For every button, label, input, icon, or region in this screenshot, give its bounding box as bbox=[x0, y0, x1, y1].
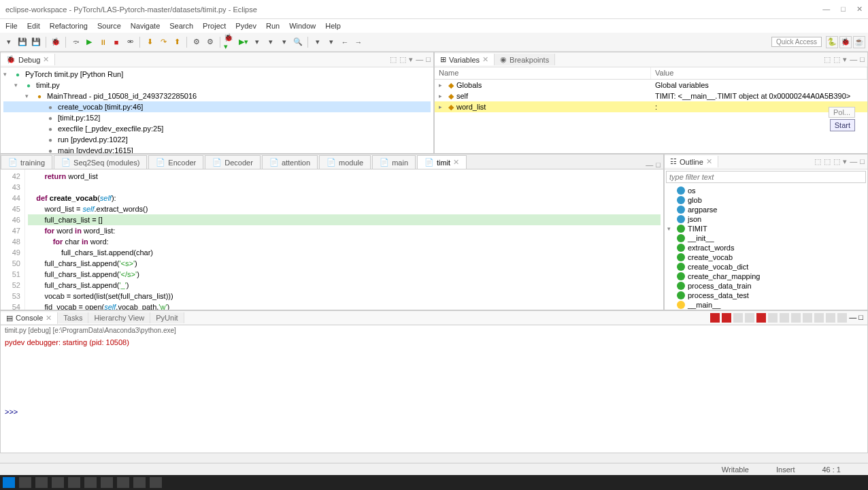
variables-body[interactable]: ▸◆ GlobalsGlobal variables▸◆ selfTIMIT: … bbox=[435, 80, 867, 112]
stepinto-icon[interactable]: ⬇ bbox=[144, 36, 156, 48]
close-icon[interactable]: ✕ bbox=[856, 5, 863, 14]
search-icon[interactable]: 🔍 bbox=[292, 36, 304, 48]
ct-icon[interactable] bbox=[710, 313, 720, 323]
ct11-icon[interactable] bbox=[826, 313, 835, 323]
editor-tab-training[interactable]: 📄training bbox=[1, 155, 52, 169]
editor-tab-main[interactable]: 📄main bbox=[372, 155, 416, 169]
menu-search[interactable]: Search bbox=[169, 22, 193, 30]
variable-row[interactable]: ▸◆ selfTIMIT: <__main__.TIMIT object at … bbox=[435, 91, 867, 101]
menu-navigate[interactable]: Navigate bbox=[131, 22, 160, 30]
outline-item[interactable]: __init__ bbox=[667, 233, 865, 243]
run-dropdown-icon[interactable]: ▶▾ bbox=[237, 36, 250, 48]
menu-file[interactable]: File bbox=[5, 22, 18, 30]
ct10-icon[interactable] bbox=[814, 313, 824, 323]
bug-icon[interactable]: 🐞 bbox=[50, 36, 62, 48]
outline-filter[interactable] bbox=[666, 171, 866, 183]
minimize-panel-icon[interactable]: — bbox=[850, 157, 857, 166]
hierarchy-tab[interactable]: Hierarchy View bbox=[88, 312, 150, 323]
ot-tool2-icon[interactable]: ⬚ bbox=[824, 157, 831, 166]
tool-icon[interactable]: ⚙ bbox=[190, 36, 203, 48]
var-menu-icon[interactable]: ▾ bbox=[843, 55, 847, 64]
windows-taskbar[interactable] bbox=[0, 475, 868, 490]
console-prompt[interactable]: >>> bbox=[5, 408, 863, 416]
editor-body[interactable]: 42434445464748495051525354 return word_l… bbox=[1, 169, 663, 310]
console-tab[interactable]: ▤ Console ✕ bbox=[1, 312, 58, 324]
app-icon[interactable] bbox=[52, 477, 64, 488]
outline-item[interactable]: glob bbox=[667, 195, 865, 205]
ct12-icon[interactable] bbox=[837, 313, 847, 323]
outline-item[interactable]: process_data_train bbox=[667, 281, 865, 291]
debug-dropdown-icon[interactable]: 🐞▾ bbox=[224, 36, 236, 48]
console-body[interactable]: pydev debugger: starting (pid: 10508) >>… bbox=[0, 336, 868, 453]
perspective-pydev-icon[interactable]: 🐍 bbox=[826, 36, 838, 48]
outline-item[interactable]: os bbox=[667, 186, 865, 195]
var-tool-icon[interactable]: ⬚ bbox=[824, 55, 831, 64]
pol-button[interactable]: Pol... bbox=[829, 107, 855, 118]
tool2-icon[interactable]: ⚙ bbox=[204, 36, 216, 48]
outline-tree[interactable]: osglobargparsejson▾TIMIT__init__extract_… bbox=[665, 184, 867, 310]
debug-tree-item[interactable]: ●main [pydevd.py:1615] bbox=[3, 145, 431, 153]
maximize-editor-icon[interactable]: □ bbox=[656, 161, 661, 169]
close-tab-icon[interactable]: ✕ bbox=[46, 314, 52, 323]
quick-access[interactable]: Quick Access bbox=[771, 37, 822, 47]
editor-tab-timit[interactable]: 📄timit ✕ bbox=[417, 155, 467, 169]
ot-menu-icon[interactable]: ▾ bbox=[843, 157, 847, 166]
skip-icon[interactable]: ⤼ bbox=[69, 36, 82, 48]
next-icon[interactable]: ▾ bbox=[325, 36, 337, 48]
col-name[interactable]: Name bbox=[435, 67, 651, 79]
maximize-panel-icon[interactable]: □ bbox=[860, 157, 865, 166]
stepover-icon[interactable]: ↷ bbox=[157, 36, 169, 48]
maximize-icon[interactable]: □ bbox=[841, 5, 846, 14]
debug-tree-item[interactable]: ●create_vocab [timit.py:46] bbox=[3, 101, 431, 112]
new-icon[interactable]: ▾ bbox=[3, 36, 15, 48]
ot-tool3-icon[interactable]: ⬚ bbox=[833, 157, 840, 166]
app4-icon[interactable] bbox=[101, 477, 113, 488]
debug-tool2-icon[interactable]: ⬚ bbox=[399, 55, 406, 64]
ct6-icon[interactable] bbox=[768, 313, 778, 323]
menu-window[interactable]: Window bbox=[289, 22, 316, 30]
suspend-icon[interactable]: ⏸ bbox=[97, 36, 109, 48]
var-tool2-icon[interactable]: ⬚ bbox=[833, 55, 840, 64]
minimize-icon[interactable]: — bbox=[822, 5, 830, 14]
coverage-icon[interactable]: ▾ bbox=[251, 36, 263, 48]
ext2-icon[interactable]: ▾ bbox=[278, 36, 290, 48]
app3-icon[interactable] bbox=[84, 477, 97, 488]
debug-menu-icon[interactable]: ▾ bbox=[409, 55, 413, 64]
terminate-icon[interactable]: ■ bbox=[110, 36, 122, 48]
ct9-icon[interactable] bbox=[803, 313, 812, 323]
maximize-console-icon[interactable]: □ bbox=[858, 313, 863, 323]
debug-tree-item[interactable]: ▾●timit.py bbox=[3, 80, 431, 91]
debug-tab[interactable]: 🐞 Debug ✕ bbox=[1, 54, 55, 65]
debug-tree-item[interactable]: ▾●PyTorch timit.py [Python Run] bbox=[3, 69, 431, 80]
ct7-icon[interactable] bbox=[780, 313, 789, 323]
search-icon[interactable] bbox=[19, 477, 31, 488]
close-tab-icon[interactable]: ✕ bbox=[706, 157, 712, 166]
variable-row[interactable]: ▸◆ GlobalsGlobal variables bbox=[435, 80, 867, 91]
ct5-icon[interactable] bbox=[756, 313, 766, 323]
minimize-panel-icon[interactable]: — bbox=[850, 55, 857, 64]
minimize-panel-icon[interactable]: — bbox=[416, 55, 423, 64]
debug-tree[interactable]: ▾●PyTorch timit.py [Python Run]▾●timit.p… bbox=[1, 67, 433, 153]
outline-item[interactable]: extract_words bbox=[667, 243, 865, 252]
ct3-icon[interactable] bbox=[733, 313, 743, 323]
menu-run[interactable]: Run bbox=[266, 22, 280, 30]
outline-item[interactable]: argparse bbox=[667, 205, 865, 214]
outline-item[interactable]: ▾TIMIT bbox=[667, 224, 865, 233]
ext-icon[interactable]: ▾ bbox=[265, 36, 277, 48]
editor-tab-Seq2Seq (modules)[interactable]: 📄Seq2Seq (modules) bbox=[54, 155, 147, 169]
debug-tree-item[interactable]: ▾●MainThread - pid_10508_id_249373228501… bbox=[3, 91, 431, 101]
disconnect-icon[interactable]: ⚮ bbox=[124, 36, 136, 48]
perspective-debug-icon[interactable]: 🐞 bbox=[839, 36, 852, 48]
menu-edit[interactable]: Edit bbox=[27, 22, 40, 30]
debug-tree-item[interactable]: ●execfile [_pydev_execfile.py:25] bbox=[3, 123, 431, 134]
close-tab-icon[interactable]: ✕ bbox=[43, 55, 49, 64]
fwd-icon[interactable]: → bbox=[352, 36, 365, 48]
close-tab-icon[interactable]: ✕ bbox=[482, 55, 488, 64]
outline-item[interactable]: create_char_mapping bbox=[667, 272, 865, 281]
outline-tab[interactable]: ☷ Outline ✕ bbox=[665, 156, 718, 167]
ct8-icon[interactable] bbox=[791, 313, 801, 323]
nav-icon[interactable]: ▾ bbox=[312, 36, 324, 48]
col-value[interactable]: Value bbox=[651, 67, 867, 79]
save-icon[interactable]: 💾 bbox=[16, 36, 29, 48]
stepreturn-icon[interactable]: ⬆ bbox=[171, 36, 183, 48]
